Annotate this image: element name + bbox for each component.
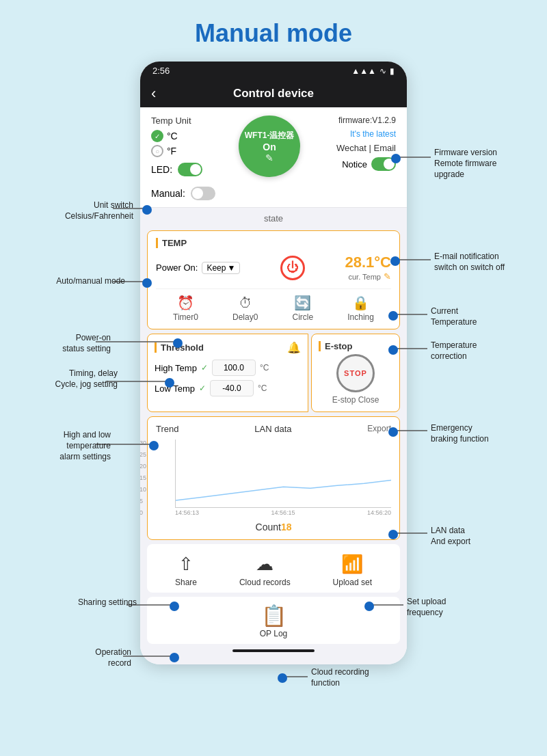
annot-emergency: Emergencybraking function <box>431 422 489 444</box>
stop-button[interactable]: STOP <box>336 354 375 392</box>
power-on-label: Power On: <box>156 262 198 273</box>
manual-label: Manual: <box>151 188 185 199</box>
x-labels: 14:56:1314:56:1514:56:20 <box>175 509 391 516</box>
op-log-section: 📋 OP Log <box>147 597 400 644</box>
annot-power-on: Power-onstatus setting <box>62 332 111 354</box>
power-button[interactable]: ⏻ <box>280 256 305 280</box>
cloud-icon: ☁ <box>256 554 274 575</box>
dot-cloud <box>278 673 287 683</box>
fahrenheit-option[interactable]: ○ °F <box>151 145 202 157</box>
annot-timing: Timing, delayCycle, jog setting <box>55 368 118 390</box>
annot-sharing: Sharing settings <box>78 597 137 608</box>
device-edit-icon[interactable]: ✎ <box>265 152 274 163</box>
annot-temp-correction: Temperaturecorrection <box>431 340 477 362</box>
nav-bar: ‹ Control device <box>140 80 407 107</box>
temp-card-header: TEMP <box>156 238 391 248</box>
notice-toggle[interactable] <box>371 157 396 171</box>
upload-icon: 📶 <box>341 554 363 575</box>
low-temp-check: ✓ <box>199 383 206 393</box>
state-label: state <box>140 208 407 226</box>
fahrenheit-check: ○ <box>151 145 163 157</box>
svg-point-0 <box>176 555 196 574</box>
temp-card: TEMP Power On: Keep ▼ ⏻ 28.1°C <box>147 230 400 329</box>
cloud-records-action[interactable]: ☁ Cloud records <box>239 554 291 587</box>
timer-label: Timer0 <box>173 312 198 322</box>
timer-icon: ⏰ <box>177 295 194 311</box>
manual-row: Manual: <box>140 183 407 208</box>
chart-container: 302520151050 14:56:1314:56:1514:56:20 <box>156 440 391 516</box>
threshold-title: Threshold <box>155 342 204 353</box>
threshold-card: Threshold 🔔 High Temp ✓ °C Low Temp ✓ °C <box>147 334 308 412</box>
annot-lan: LAN dataAnd export <box>431 525 470 547</box>
device-name: WFT1-温控器 <box>245 130 295 141</box>
circle-label: Circle <box>292 312 313 322</box>
high-temp-label: High Temp <box>155 363 197 373</box>
led-toggle[interactable] <box>178 163 202 176</box>
op-log-label: OP Log <box>260 629 287 638</box>
chart-area <box>175 440 391 508</box>
bottom-actions: ⇧ Share ☁ Cloud records 📶 Upload set <box>147 544 400 593</box>
phone-content: Temp Unit ✓ °C ○ °F LED: WFT1-温控器 <box>140 107 407 664</box>
chart-line <box>176 480 391 500</box>
stop-text: STOP <box>344 369 367 377</box>
inching-label: Inching <box>347 312 374 322</box>
cur-temp-label: cur. Temp ✎ <box>348 271 391 282</box>
delay-label: Delay0 <box>232 312 258 322</box>
temp-card-body: Power On: Keep ▼ ⏻ 28.1°C cur. Temp ✎ <box>156 254 391 282</box>
firmware-label: firmware:V1.2.9 <box>338 116 396 125</box>
status-icons: ▲▲▲ ∿ ▮ <box>351 66 395 76</box>
back-button[interactable]: ‹ <box>151 85 156 103</box>
device-status: On <box>263 141 276 152</box>
y-labels: 302520151050 <box>140 440 146 516</box>
cur-temp-section: 28.1°C cur. Temp ✎ <box>345 254 391 282</box>
dropdown-icon: ▼ <box>227 263 235 273</box>
temp-unit-label: Temp Unit <box>151 116 202 126</box>
annot-op: Operationrecord <box>95 647 131 669</box>
firmware-status: It's the latest <box>350 129 396 139</box>
trend-label: Trend <box>156 424 178 434</box>
edit-icon[interactable]: ✎ <box>384 271 391 282</box>
low-temp-label: Low Temp <box>155 383 195 394</box>
sound-icon[interactable]: 🔔 <box>287 341 301 354</box>
top-info: Temp Unit ✓ °C ○ °F LED: WFT1-温控器 <box>140 107 407 183</box>
count-row: Count18 <box>156 522 391 532</box>
manual-toggle[interactable] <box>191 187 215 200</box>
op-log-icon[interactable]: 📋 <box>261 604 286 627</box>
annot-alarm: High and lowtemperaturealarm settings <box>59 429 111 463</box>
notice-row: Notice <box>342 157 396 171</box>
celsius-option[interactable]: ✓ °C <box>151 130 202 142</box>
annot-auto-manual: Auto/manual mode <box>56 275 125 286</box>
right-section: firmware:V1.2.9 It's the latest Wechat |… <box>336 116 396 171</box>
share-action[interactable]: ⇧ Share <box>175 554 197 587</box>
timer-item-3[interactable]: 🔒 Inching <box>347 295 374 322</box>
export-label[interactable]: Export <box>367 424 391 434</box>
time: 2:56 <box>152 66 170 76</box>
timer-item-2[interactable]: 🔄 Circle <box>292 295 313 322</box>
high-temp-row: High Temp ✓ °C <box>155 360 301 376</box>
annot-firmware: Firmware versionRemote firmwareupgrade <box>434 147 497 180</box>
status-bar: 2:56 ▲▲▲ ∿ ▮ <box>140 62 407 80</box>
low-temp-unit: °C <box>258 383 267 393</box>
timer-item-0[interactable]: ⏰ Timer0 <box>173 295 198 322</box>
led-label: LED: <box>151 164 172 175</box>
led-row: LED: <box>151 163 202 176</box>
lan-label: LAN data <box>254 424 291 434</box>
low-temp-input[interactable] <box>210 380 254 396</box>
estop-title: E-stop <box>319 341 352 351</box>
annot-unit-switch: Unit switchCelsius/Fahrenheit <box>65 200 133 221</box>
upload-set-action[interactable]: 📶 Upload set <box>333 554 372 587</box>
keep-badge[interactable]: Keep ▼ <box>202 262 240 274</box>
high-temp-check: ✓ <box>201 363 208 373</box>
estop-close-label: E-stop Close <box>332 395 379 405</box>
timer-item-1[interactable]: ⏱ Delay0 <box>232 295 258 322</box>
phone-frame: 2:56 ▲▲▲ ∿ ▮ ‹ Control device Temp Unit … <box>140 62 407 664</box>
low-temp-row: Low Temp ✓ °C <box>155 380 301 396</box>
keep-label: Keep <box>206 263 226 273</box>
fahrenheit-label: °F <box>167 146 176 157</box>
circle-icon: 🔄 <box>294 295 311 311</box>
annot-email: E-mail notificationswitch on switch off <box>434 251 505 273</box>
threshold-estop-row: Threshold 🔔 High Temp ✓ °C Low Temp ✓ °C <box>147 334 400 412</box>
battery-icon: ▮ <box>390 66 395 76</box>
high-temp-input[interactable] <box>212 360 256 376</box>
high-temp-unit: °C <box>260 363 269 373</box>
